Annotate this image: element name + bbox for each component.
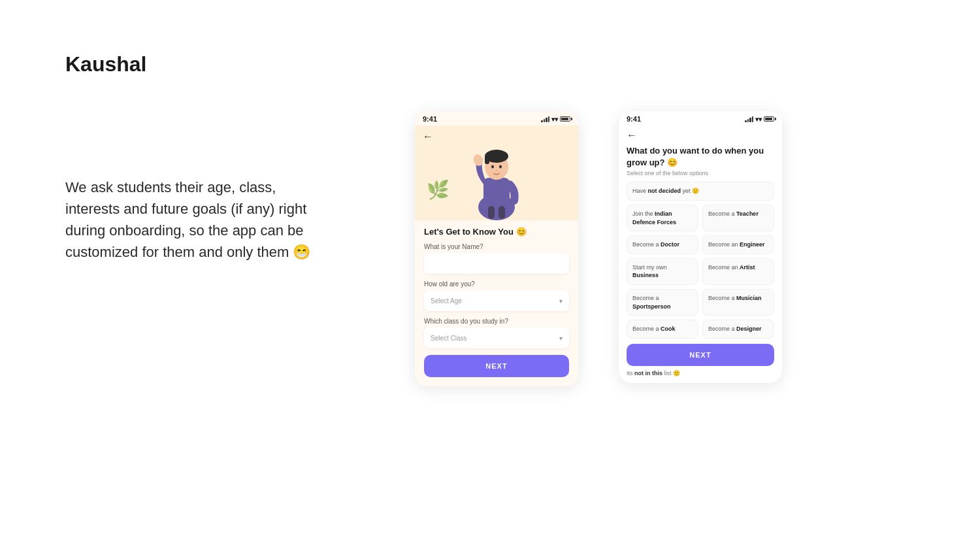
option-teacher[interactable]: Become a Teacher: [702, 205, 774, 231]
phone2-body: ← What do you want to do when you grow u…: [619, 125, 782, 383]
back-button-1[interactable]: ←: [423, 131, 433, 142]
option-engineer[interactable]: Become an Engineer: [702, 235, 774, 254]
options-grid: Have not decided yet 🙂 Join the Indian D…: [627, 182, 774, 338]
next-button-2[interactable]: NEXT: [627, 344, 774, 366]
option-doctor[interactable]: Become a Doctor: [627, 235, 698, 254]
status-bar-2: 9:41 ▾▾: [619, 111, 782, 125]
character-illustration: [467, 129, 526, 220]
battery-icon-2: [764, 116, 774, 122]
status-icons-2: ▾▾: [745, 116, 774, 123]
brand-title: Kaushal: [65, 52, 146, 76]
svg-rect-4: [485, 156, 489, 164]
class-placeholder: Select Class: [431, 335, 467, 342]
name-label: What is your Name?: [424, 243, 569, 250]
option-cook[interactable]: Become a Cook: [627, 320, 698, 339]
not-in-list: Its not in this list 🙂: [627, 370, 774, 376]
svg-rect-1: [483, 178, 510, 210]
class-label: Which class do you study in?: [424, 318, 569, 325]
status-time-1: 9:41: [423, 115, 437, 123]
svg-point-8: [472, 153, 484, 167]
phone-mockup-2: 9:41 ▾▾ ← What do you want to do when yo…: [619, 111, 782, 383]
name-input[interactable]: [424, 253, 569, 274]
leaf-decoration: 🌿: [427, 179, 449, 201]
question-subtitle: Select one of the below options: [627, 170, 774, 176]
signal-icon-2: [745, 116, 753, 122]
svg-rect-10: [498, 206, 505, 219]
next-button-1[interactable]: NEXT: [424, 355, 569, 377]
svg-point-5: [491, 165, 494, 169]
option-business[interactable]: Start my own Business: [627, 258, 698, 285]
signal-icon-1: [541, 116, 549, 122]
svg-rect-9: [488, 206, 495, 219]
wifi-icon-1: ▾▾: [551, 116, 558, 123]
option-designer[interactable]: Become a Designer: [702, 320, 774, 339]
age-label: How old are you?: [424, 280, 569, 288]
status-bar-1: 9:41 ▾▾: [415, 111, 578, 125]
chevron-down-icon-age: ▾: [559, 297, 563, 305]
option-musician[interactable]: Become a Musician: [702, 289, 774, 316]
class-dropdown[interactable]: Select Class ▾: [424, 327, 569, 348]
svg-point-7: [496, 170, 498, 171]
greeting-text: Let's Get to Know You 😊: [424, 227, 569, 237]
back-button-2[interactable]: ←: [627, 129, 774, 141]
description-text: We ask students their age, class, intere…: [65, 176, 314, 263]
option-artist[interactable]: Become an Artist: [702, 258, 774, 285]
phone-mockup-1: 9:41 ▾▾ 🌿 ←: [415, 111, 578, 386]
svg-point-6: [499, 165, 502, 169]
age-dropdown[interactable]: Select Age ▾: [424, 290, 569, 311]
status-icons-1: ▾▾: [541, 116, 570, 123]
chevron-down-icon-class: ▾: [559, 335, 563, 342]
option-not-decided[interactable]: Have not decided yet 🙂: [627, 182, 774, 201]
option-defence-forces[interactable]: Join the Indian Defence Forces: [627, 205, 698, 231]
wifi-icon-2: ▾▾: [755, 116, 762, 123]
status-time-2: 9:41: [627, 115, 641, 123]
option-sportsperson[interactable]: Become a Sportsperson: [627, 289, 698, 316]
hero-area: 🌿 ←: [415, 125, 578, 220]
question-title: What do you want to do when you grow up?…: [627, 145, 774, 169]
age-placeholder: Select Age: [431, 297, 462, 305]
battery-icon-1: [560, 116, 570, 122]
phone1-body: Let's Get to Know You 😊 What is your Nam…: [415, 220, 578, 386]
